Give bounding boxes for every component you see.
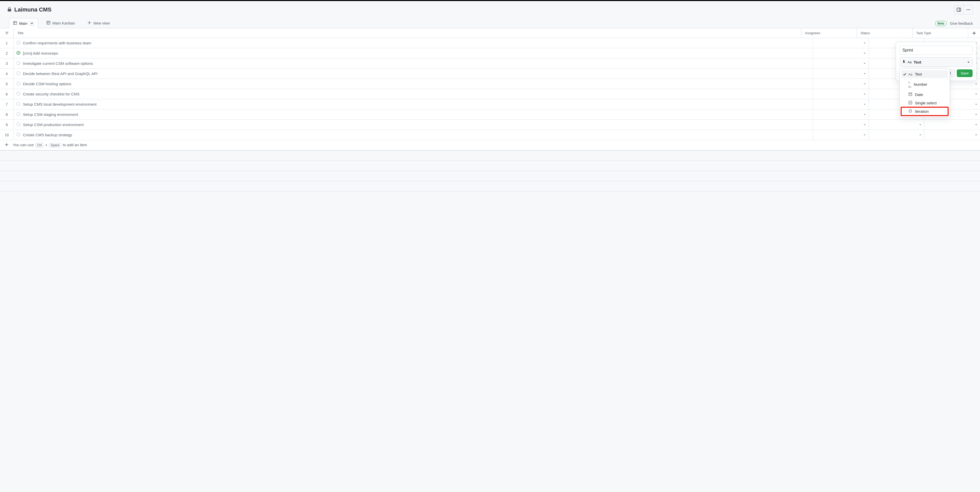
assignees-cell[interactable] bbox=[813, 48, 869, 58]
view-tab-main-kanban[interactable]: Main Kanban bbox=[43, 18, 79, 28]
type-option-label: Date bbox=[915, 92, 923, 97]
beta-badge: Beta bbox=[935, 21, 946, 26]
panel-toggle-button[interactable] bbox=[954, 5, 963, 14]
row-title: Setup CMS local development environment bbox=[23, 102, 97, 107]
task-type-cell[interactable] bbox=[924, 130, 980, 140]
svg-point-3 bbox=[968, 9, 969, 10]
column-header-task-type[interactable]: Task Type bbox=[913, 28, 968, 38]
type-option-icon bbox=[908, 92, 912, 97]
add-item-hint[interactable]: You can use Ctrl + Space to add an item bbox=[0, 140, 980, 150]
type-option-single_select[interactable]: Single select bbox=[901, 99, 948, 107]
row-title-cell[interactable]: Setup CSM staging environment bbox=[14, 110, 813, 119]
svg-point-27 bbox=[17, 123, 20, 126]
row-title: [cms] Add monorepo bbox=[23, 51, 58, 56]
row-title-cell[interactable]: Decide CSM hosting options bbox=[14, 79, 813, 89]
field-type-select[interactable]: Aa Text bbox=[900, 57, 973, 67]
row-number: 1 bbox=[0, 38, 14, 48]
add-hint-pre: You can use bbox=[13, 143, 34, 147]
row-number: 8 bbox=[0, 110, 14, 119]
row-title-cell[interactable]: Setup CSM production environment bbox=[14, 120, 813, 130]
more-menu-button[interactable] bbox=[963, 5, 973, 14]
row-title: Create CMS backup strategy bbox=[23, 133, 72, 137]
assignees-cell[interactable] bbox=[813, 120, 869, 130]
new-view-label: New view bbox=[94, 21, 110, 25]
caret-down-icon bbox=[967, 60, 970, 64]
row-number: 2 bbox=[0, 48, 14, 58]
table-row[interactable]: 3Investigate current CSM software option… bbox=[0, 59, 980, 68]
kbd-ctrl: Ctrl bbox=[35, 143, 44, 148]
column-header-title[interactable]: Title bbox=[14, 28, 801, 38]
row-title-cell[interactable]: Create CMS backup strategy bbox=[14, 130, 813, 140]
column-header-status[interactable]: Status bbox=[857, 28, 913, 38]
row-title: Decide between Rest API and GraphQL API bbox=[23, 72, 97, 76]
kbd-space: Space bbox=[49, 143, 61, 148]
svg-rect-8 bbox=[47, 21, 50, 24]
status-cell[interactable] bbox=[869, 130, 924, 140]
svg-rect-5 bbox=[14, 21, 17, 24]
table-row[interactable]: 5Decide CSM hosting options bbox=[0, 79, 980, 89]
issue-draft-icon bbox=[16, 132, 21, 137]
row-title-cell[interactable]: Create security checklist for CMS bbox=[14, 89, 813, 99]
lock-icon bbox=[7, 7, 12, 13]
row-number: 9 bbox=[0, 120, 14, 130]
issue-draft-icon bbox=[16, 71, 21, 76]
table-row[interactable]: 8Setup CSM staging environment bbox=[0, 110, 980, 120]
row-title: Setup CSM staging environment bbox=[23, 112, 78, 116]
status-cell[interactable] bbox=[869, 120, 924, 130]
assignees-cell[interactable] bbox=[813, 68, 869, 79]
plus-icon bbox=[5, 143, 9, 148]
new-view-button[interactable]: New view bbox=[83, 18, 114, 28]
type-option-number[interactable]: 123Number bbox=[901, 78, 948, 90]
table-row[interactable]: 1Confirm requirments with business team bbox=[0, 38, 980, 48]
task-type-cell[interactable] bbox=[924, 120, 980, 130]
filter-button[interactable] bbox=[0, 28, 14, 38]
assignees-cell[interactable] bbox=[813, 59, 869, 68]
assignees-cell[interactable] bbox=[813, 89, 869, 99]
assignees-cell[interactable] bbox=[813, 79, 869, 89]
svg-rect-31 bbox=[909, 93, 912, 96]
field-type-label: Text bbox=[914, 60, 921, 64]
row-title-cell[interactable]: [cms] Add monorepo bbox=[14, 48, 813, 58]
issue-draft-icon bbox=[16, 102, 21, 107]
table-row[interactable]: 4Decide between Rest API and GraphQL API bbox=[0, 68, 980, 79]
assignees-cell[interactable] bbox=[813, 38, 869, 48]
row-title-cell[interactable]: Setup CMS local development environment bbox=[14, 99, 813, 109]
add-column-button[interactable] bbox=[968, 28, 980, 38]
row-title-cell[interactable]: Confirm requirments with business team bbox=[14, 38, 813, 48]
table-row[interactable]: 2[cms] Add monorepo bbox=[0, 48, 980, 59]
svg-point-25 bbox=[17, 102, 20, 106]
table-row[interactable]: 10Create CMS backup strategy bbox=[0, 130, 980, 140]
row-title-cell[interactable]: Investigate current CSM software options bbox=[14, 59, 813, 68]
assignees-cell[interactable] bbox=[813, 110, 869, 119]
svg-point-26 bbox=[17, 113, 20, 116]
row-title-cell[interactable]: Decide between Rest API and GraphQL API bbox=[14, 68, 813, 79]
column-header-assignees[interactable]: Assignees bbox=[801, 28, 857, 38]
assignees-cell[interactable] bbox=[813, 99, 869, 109]
text-type-icon: Aa bbox=[902, 60, 912, 65]
save-button[interactable]: Save bbox=[957, 69, 973, 77]
type-option-icon: Aa bbox=[908, 72, 912, 76]
row-title: Confirm requirments with business team bbox=[23, 41, 91, 45]
svg-point-28 bbox=[17, 133, 20, 136]
table-row[interactable]: 9Setup CSM production environment bbox=[0, 120, 980, 130]
table-icon bbox=[13, 21, 17, 26]
row-number: 4 bbox=[0, 68, 14, 79]
field-name-input[interactable] bbox=[900, 46, 973, 55]
svg-point-21 bbox=[17, 62, 20, 65]
assignees-cell[interactable] bbox=[813, 130, 869, 140]
table-row[interactable]: 7Setup CMS local development environment bbox=[0, 99, 980, 110]
issue-draft-icon bbox=[16, 92, 21, 97]
svg-point-23 bbox=[17, 82, 20, 85]
type-option-text[interactable]: AaText bbox=[901, 70, 948, 78]
row-title: Create security checklist for CMS bbox=[23, 92, 80, 96]
view-tab-main[interactable]: Main bbox=[9, 18, 38, 28]
type-option-icon: 123 bbox=[908, 80, 911, 89]
feedback-link[interactable]: Give feedback bbox=[950, 21, 973, 25]
issue-draft-icon bbox=[16, 81, 21, 86]
view-tab-dropdown[interactable] bbox=[30, 21, 34, 26]
type-option-iteration[interactable]: Iteration bbox=[901, 107, 948, 116]
project-title: Laimuna CMS bbox=[14, 6, 51, 13]
table-row[interactable]: 6Create security checklist for CMS bbox=[0, 89, 980, 99]
type-option-date[interactable]: Date bbox=[901, 90, 948, 99]
type-option-label: Number bbox=[914, 82, 927, 86]
